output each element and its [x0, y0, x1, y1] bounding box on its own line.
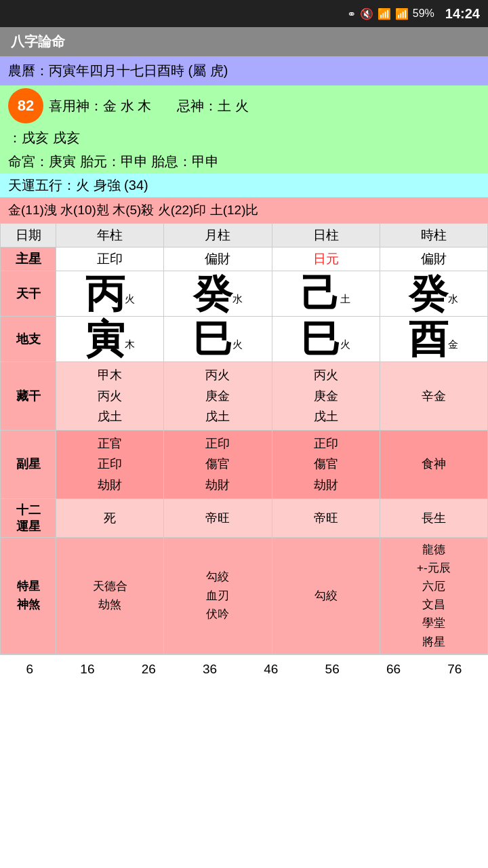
tiangan-nian: 丙火 — [56, 271, 164, 317]
minggong-row: 命宮：庚寅 胎元：甲申 胎息：甲申 — [0, 150, 488, 174]
tianyun-text: 天運五行：火 身強 (34) — [8, 178, 148, 193]
tiangan-label: 天干 — [1, 271, 56, 317]
main-table: 日期 年柱 月柱 日柱 時柱 主星 正印 偏財 日元 偏財 天干 丙火 癸水 己… — [0, 223, 488, 654]
zhuxing-ri: 日元 — [272, 248, 380, 271]
mute-icon: 🔇 — [360, 7, 373, 20]
yunxing-label: 十二 運星 — [1, 498, 56, 537]
status-icons: ⚭ 🔇 📶 📶 59% — [347, 7, 434, 20]
tianyun-row: 天運五行：火 身強 (34) — [0, 174, 488, 197]
dizhi-yue: 巳火 — [164, 317, 272, 362]
wuxing-row: 金(11)洩 水(10)剋 木(5)殺 火(22)印 土(12)比 — [0, 197, 488, 223]
bottom-num-3: 36 — [203, 662, 217, 677]
status-bar: ⚭ 🔇 📶 📶 59% 14:24 — [0, 0, 488, 27]
bottom-num-1: 16 — [80, 662, 94, 677]
header-riqi: 日期 — [1, 224, 56, 248]
yunxing-yue: 帝旺 — [164, 498, 272, 537]
texing-label: 特星 神煞 — [1, 537, 56, 654]
yunxing-nian: 死 — [56, 498, 164, 537]
tiangan-shi: 癸水 — [380, 271, 487, 317]
texing-ri: 勾絞 — [272, 537, 380, 654]
zanggan-row: 藏干 甲木 丙火 戊土 丙火 庚金 戊土 丙火 庚金 戊土 辛金 — [1, 362, 488, 431]
minggong-text: 命宮：庚寅 胎元：甲申 胎息：甲申 — [8, 154, 219, 169]
zhuxing-yue: 偏財 — [164, 248, 272, 271]
texing-yue: 勾絞 血刃 伏吟 — [164, 537, 272, 654]
chonghexing-text: ：戌亥 戌亥 — [8, 130, 80, 145]
bottom-numbers-row: 6 16 26 36 46 56 66 76 — [0, 654, 488, 684]
fuxing-row: 副星 正官 正印 劫財 正印 傷官 劫財 正印 傷官 劫財 食神 — [1, 430, 488, 498]
header-nian: 年柱 — [56, 224, 164, 248]
tiangan-ri: 己土 — [272, 271, 380, 317]
dizhi-nian: 寅木 — [56, 317, 164, 362]
bottom-num-5: 56 — [325, 662, 340, 677]
fuxing-nian: 正官 正印 劫財 — [56, 430, 164, 498]
lunar-text: 農曆：丙寅年四月十七日酉時 (屬 虎) — [8, 63, 228, 78]
bottom-num-2: 26 — [142, 662, 156, 677]
zhuxing-nian: 正印 — [56, 248, 164, 271]
yunxing-shi: 長生 — [380, 498, 487, 537]
yunxing-ri: 帝旺 — [272, 498, 380, 537]
chonghexing-row: ：戌亥 戌亥 — [0, 126, 488, 150]
table-header-row: 日期 年柱 月柱 日柱 時柱 — [1, 224, 488, 248]
texing-nian: 天德合 劫煞 — [56, 537, 164, 654]
bluetooth-icon: ⚭ — [347, 7, 356, 20]
status-time: 14:24 — [445, 6, 480, 22]
dizhi-shi: 酉金 — [380, 317, 487, 362]
zhuxing-row: 主星 正印 偏財 日元 偏財 — [1, 248, 488, 271]
dizhi-row: 地支 寅木 巳火 巳火 酉金 — [1, 317, 488, 362]
zanggan-yue: 丙火 庚金 戊土 — [164, 362, 272, 431]
bottom-num-7: 76 — [447, 662, 462, 677]
zanggan-nian: 甲木 丙火 戊土 — [56, 362, 164, 431]
app-title: 八字論命 — [11, 34, 65, 49]
battery-level: 59% — [413, 7, 434, 20]
xiyong-prefix: 喜用神：金 水 木 — [49, 97, 151, 115]
zanggan-shi: 辛金 — [380, 362, 487, 431]
xiyong-row: 82 喜用神：金 水 木 忌神：土 火 — [0, 85, 488, 126]
tiangan-yue: 癸水 — [164, 271, 272, 317]
tiangan-row: 天干 丙火 癸水 己土 癸水 — [1, 271, 488, 317]
zhuxing-shi: 偏財 — [380, 248, 487, 271]
fuxing-ri: 正印 傷官 劫財 — [272, 430, 380, 498]
bottom-num-6: 66 — [386, 662, 401, 677]
dizhi-label: 地支 — [1, 317, 56, 362]
zanggan-ri: 丙火 庚金 戊土 — [272, 362, 380, 431]
header-yue: 月柱 — [164, 224, 272, 248]
header-ri: 日柱 — [272, 224, 380, 248]
header-shi: 時柱 — [380, 224, 487, 248]
wuxing-text: 金(11)洩 水(10)剋 木(5)殺 火(22)印 土(12)比 — [8, 203, 259, 217]
texing-shi: 龍德 +-元辰 六厄 文昌 學堂 將星 — [380, 537, 487, 654]
fuxing-shi: 食神 — [380, 430, 487, 498]
zanggan-label: 藏干 — [1, 362, 56, 431]
bottom-num-0: 6 — [26, 662, 34, 677]
fuxing-label: 副星 — [1, 430, 56, 498]
dizhi-ri: 巳火 — [272, 317, 380, 362]
texing-row: 特星 神煞 天德合 劫煞 勾絞 血刃 伏吟 勾絞 龍德 +-元辰 六厄 文昌 學… — [1, 537, 488, 654]
title-bar: 八字論命 — [0, 27, 488, 56]
yunxing-row: 十二 運星 死 帝旺 帝旺 長生 — [1, 498, 488, 537]
zhuxing-label: 主星 — [1, 248, 56, 271]
lunar-row: 農曆：丙寅年四月十七日酉時 (屬 虎) — [0, 56, 488, 85]
wifi-icon: 📶 — [378, 7, 391, 20]
score-circle: 82 — [8, 88, 43, 123]
bottom-num-4: 46 — [264, 662, 278, 677]
signal-icon: 📶 — [395, 7, 409, 20]
fuxing-yue: 正印 傷官 劫財 — [164, 430, 272, 498]
xiyong-suffix: 忌神：土 火 — [177, 97, 249, 115]
